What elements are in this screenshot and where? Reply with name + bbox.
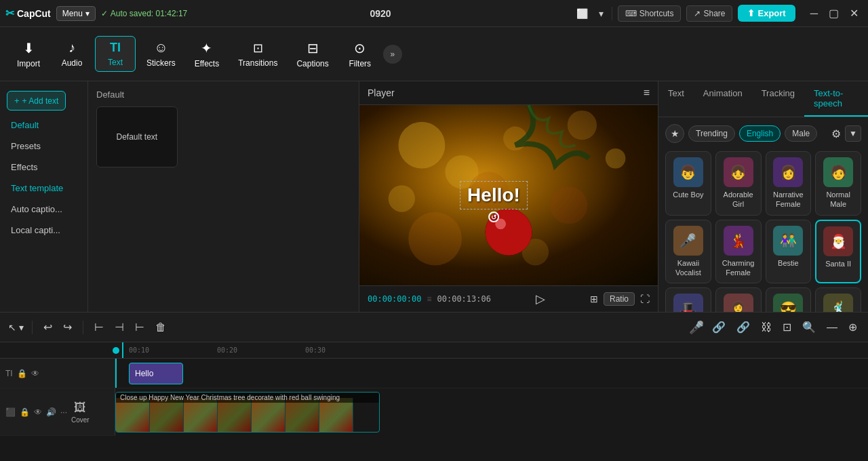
maximize-button[interactable]: ▢: [825, 5, 843, 21]
voice-avatar-adorable-girl: 👧: [724, 157, 753, 187]
export-button[interactable]: ⬆ Export: [738, 5, 795, 22]
filter-row: ★ Trending English Male ⚙ ▼: [665, 124, 861, 143]
male-filter-button[interactable]: Male: [785, 125, 817, 142]
chain-button[interactable]: ⛓: [758, 319, 774, 336]
time-total: 00:00:13:06: [437, 294, 491, 304]
more-video-button[interactable]: ···: [60, 407, 67, 417]
sidebar-item-presets[interactable]: Presets: [0, 136, 87, 157]
voice-avatar-serious-female: 👩‍💼: [724, 294, 753, 312]
voice-card-bestie[interactable]: 👫 Bestie: [766, 220, 812, 284]
tool-transitions[interactable]: ⊡ Transitions: [230, 37, 285, 72]
voice-card-adorable-girl[interactable]: 👧 Adorable Girl: [715, 151, 762, 216]
tool-audio[interactable]: ♪ Audio: [52, 36, 92, 72]
add-track-button[interactable]: ⊕: [846, 318, 860, 336]
sidebar-item-auto-caption[interactable]: Auto captio...: [0, 199, 87, 220]
toolbar: ⬇ Import ♪ Audio TI Text ☺ Stickers ✦ Ef…: [0, 27, 868, 81]
tool-stickers[interactable]: ☺ Stickers: [138, 36, 184, 72]
share-button[interactable]: ↗ Share: [686, 5, 732, 22]
video-thumbnails: [116, 398, 353, 433]
play-button[interactable]: ▷: [534, 290, 547, 308]
panel-tabs: Text Animation Tracking Text-to-speech: [658, 81, 868, 117]
minimize-button[interactable]: ─: [806, 6, 822, 21]
voice-card-charming-female[interactable]: 💃 Charming Female: [715, 220, 762, 284]
magnet-button[interactable]: 🔗: [709, 318, 728, 336]
voice-card-kawaii-vocalist[interactable]: 🎤 Kawaii Vocalist: [665, 220, 711, 284]
voice-card-chill-girl[interactable]: 😎 Chill Girl: [766, 287, 812, 312]
undo-button[interactable]: ↩: [41, 318, 55, 336]
sidebar-item-effects[interactable]: Effects: [0, 157, 87, 178]
tool-effects[interactable]: ✦ Effects: [186, 36, 227, 73]
timeline: 00:10 00:20 00:30 TI 🔒 👁 Hello ⬛: [0, 342, 868, 461]
thumb-2: [150, 398, 184, 433]
player-canvas: Hello! ↺: [359, 105, 658, 285]
tool-text[interactable]: TI Text: [95, 36, 136, 72]
split-button[interactable]: ⊢: [92, 318, 106, 336]
favorites-filter-button[interactable]: ★: [665, 124, 684, 143]
tool-import[interactable]: ⬇ Import: [8, 36, 49, 73]
monitor-icon[interactable]: ⬜: [574, 5, 591, 22]
menu-button[interactable]: Menu ▾: [56, 6, 96, 21]
filter-settings-button[interactable]: ⚙: [831, 127, 841, 140]
tool-captions[interactable]: ⊟ Captions: [288, 36, 336, 73]
link-button[interactable]: 🔗: [734, 318, 753, 336]
sidebar-item-default[interactable]: Default: [0, 115, 87, 136]
filter-chevron-button[interactable]: ▼: [845, 125, 861, 142]
lock-track-button[interactable]: 🔒: [17, 369, 27, 378]
player-menu-button[interactable]: ≡: [644, 87, 650, 99]
video-clip[interactable]: Close up Happy New Year Christmas tree d…: [115, 392, 380, 433]
cover-button[interactable]: 🖼 Cover: [71, 401, 90, 424]
zoom-out-button[interactable]: 🔍: [800, 318, 818, 336]
fit-screen-button[interactable]: ⊞: [590, 294, 598, 304]
ratio-button[interactable]: Ratio: [604, 292, 635, 306]
app-logo: ✂ CapCut: [5, 7, 51, 20]
svg-point-0: [398, 122, 445, 169]
voice-card-cute-boy[interactable]: 👦 Cute Boy: [665, 151, 711, 216]
thumb-4: [218, 398, 252, 433]
toolbar-more-button[interactable]: »: [383, 45, 402, 64]
time-current: 00:00:00:00: [368, 294, 421, 304]
fullscreen-button[interactable]: ⛶: [640, 294, 650, 304]
audio-video-button[interactable]: 🔊: [46, 407, 56, 417]
tool-filters[interactable]: ⊙ Filters: [340, 36, 380, 73]
voice-card-santa-ii[interactable]: 🎅 Santa II: [815, 220, 861, 284]
hello-text-overlay[interactable]: Hello! ↺: [460, 181, 528, 209]
topbar: ✂ CapCut Menu ▾ ✓ Auto saved: 01:42:17 0…: [0, 0, 868, 27]
tab-tts[interactable]: Text-to-speech: [804, 81, 868, 117]
topbar-right: ⬜ ▾ ⌨ Shortcuts ↗ Share ⬆ Export ─ ▢ ✕: [574, 5, 863, 22]
visibility-video-button[interactable]: 👁: [34, 407, 42, 417]
default-template-card[interactable]: Default text: [96, 106, 178, 167]
align-right-button[interactable]: ⊢: [132, 318, 147, 336]
align-left-button[interactable]: ⊣: [112, 318, 127, 336]
tab-text[interactable]: Text: [658, 81, 694, 117]
sidebar-item-text-template[interactable]: Text template: [0, 178, 87, 199]
zoom-level-button[interactable]: —: [824, 319, 840, 336]
english-filter-button[interactable]: English: [739, 125, 781, 142]
sidebar-item-local-caption[interactable]: Local capti...: [0, 220, 87, 241]
close-button[interactable]: ✕: [846, 5, 863, 21]
trending-filter-button[interactable]: Trending: [688, 125, 735, 142]
chevron-down-icon[interactable]: ▾: [596, 5, 606, 22]
player-title: Player: [368, 87, 395, 98]
lock-video-button[interactable]: 🔒: [20, 407, 30, 417]
rotate-handle[interactable]: ↺: [488, 212, 499, 222]
redo-button[interactable]: ↪: [60, 318, 75, 336]
tab-tracking[interactable]: Tracking: [752, 81, 804, 117]
playhead: [122, 342, 123, 358]
voice-card-normal-male[interactable]: 🧑 Normal Male: [815, 151, 861, 216]
fit-button[interactable]: ⊡: [780, 318, 794, 336]
voice-card-serious-female[interactable]: 👩‍💼 Serious Female: [715, 287, 762, 312]
playhead-top: [113, 347, 119, 354]
text-clip-hello[interactable]: Hello: [129, 363, 183, 384]
delete-button[interactable]: 🗑: [153, 319, 169, 336]
voice-card-british-male[interactable]: 🎩 British Male: [665, 287, 711, 312]
visibility-track-button[interactable]: 👁: [31, 369, 39, 378]
voice-card-charming-male[interactable]: 🕺 Charming Male: [815, 287, 861, 312]
add-text-button[interactable]: + + Add text: [7, 91, 66, 111]
video-track-area: Close up Happy New Year Christmas tree d…: [115, 388, 868, 436]
mic-button[interactable]: 🎤: [689, 320, 704, 335]
shortcuts-button[interactable]: ⌨ Shortcuts: [618, 5, 682, 22]
player-background: Hello! ↺: [359, 105, 658, 285]
tab-animation[interactable]: Animation: [694, 81, 752, 117]
voice-card-narrative-female[interactable]: 👩 Narrative Female: [766, 151, 812, 216]
cursor-tool-button[interactable]: ↖ ▾: [8, 322, 24, 333]
